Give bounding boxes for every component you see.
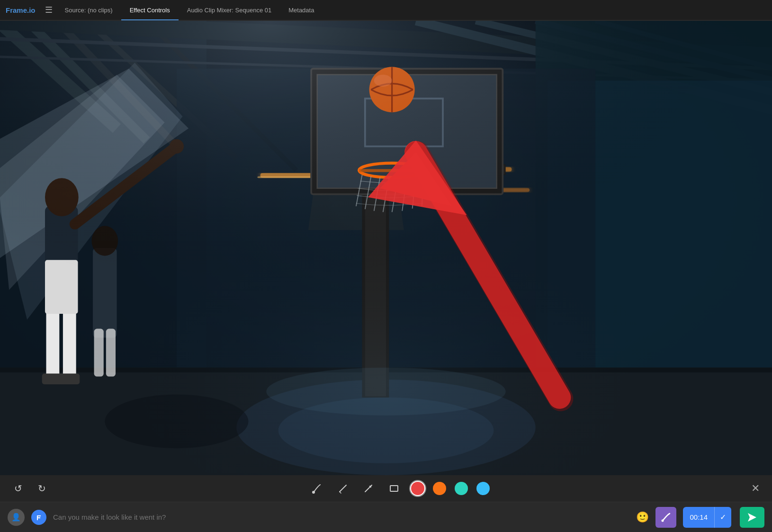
undo-button[interactable]: ↺ bbox=[9, 480, 27, 497]
tab-effect-controls-label: Effect Controls bbox=[130, 7, 170, 14]
rectangle-tool-button[interactable] bbox=[386, 480, 403, 497]
timestamp-button[interactable]: 00:14 bbox=[683, 507, 714, 528]
send-button[interactable] bbox=[740, 507, 764, 528]
close-button[interactable]: ✕ bbox=[748, 479, 763, 497]
tab-bar: Frame.io ☰ Source: (no clips) Effect Con… bbox=[0, 0, 772, 21]
svg-point-81 bbox=[662, 519, 664, 522]
tab-metadata-label: Metadata bbox=[288, 7, 314, 14]
color-red[interactable] bbox=[411, 482, 424, 495]
emoji-button[interactable]: 🙂 bbox=[636, 511, 649, 523]
tab-audio-clip-mixer-label: Audio Clip Mixer: Sequence 01 bbox=[187, 7, 272, 14]
drawing-toolbar: ↺ ↻ bbox=[0, 475, 772, 502]
svg-rect-79 bbox=[390, 486, 398, 491]
video-container bbox=[0, 21, 772, 475]
arrow-tool-button[interactable] bbox=[360, 480, 377, 497]
tab-metadata[interactable]: Metadata bbox=[280, 0, 323, 20]
checkmark-button[interactable]: ✓ bbox=[714, 507, 731, 528]
color-blue[interactable] bbox=[476, 482, 490, 495]
tab-source-label: Source: (no clips) bbox=[65, 7, 113, 14]
video-frame bbox=[0, 21, 772, 475]
svg-rect-68 bbox=[0, 21, 772, 475]
tab-effect-controls[interactable]: Effect Controls bbox=[121, 0, 179, 20]
brand-logo[interactable]: Frame.io bbox=[4, 6, 41, 14]
redo-button[interactable]: ↻ bbox=[33, 480, 50, 497]
svg-line-75 bbox=[340, 485, 346, 492]
toolbar-close: ✕ bbox=[748, 479, 763, 497]
svg-point-74 bbox=[312, 491, 315, 494]
avatar-icon: 👤 bbox=[11, 513, 21, 522]
toolbar-tools bbox=[309, 480, 490, 497]
brush-tool-button[interactable] bbox=[309, 480, 326, 497]
svg-line-76 bbox=[340, 492, 341, 493]
toolbar-undo-redo: ↺ ↻ bbox=[9, 480, 50, 497]
tab-source[interactable]: Source: (no clips) bbox=[56, 0, 121, 20]
comment-bar: 👤 🙂 00:14 ✓ bbox=[0, 502, 772, 532]
draw-annotation-button[interactable] bbox=[655, 507, 676, 528]
tab-audio-clip-mixer[interactable]: Audio Clip Mixer: Sequence 01 bbox=[179, 0, 280, 20]
user-avatar: 👤 bbox=[8, 509, 25, 526]
comment-input[interactable] bbox=[53, 513, 629, 521]
svg-marker-82 bbox=[748, 513, 756, 522]
frameio-icon bbox=[31, 510, 46, 525]
timestamp-group: 00:14 ✓ bbox=[683, 507, 731, 528]
hamburger-icon[interactable]: ☰ bbox=[41, 5, 56, 15]
pencil-tool-button[interactable] bbox=[334, 480, 351, 497]
color-orange[interactable] bbox=[433, 482, 446, 495]
brand-name: Frame.io bbox=[6, 6, 36, 14]
color-teal[interactable] bbox=[455, 482, 468, 495]
timestamp-value: 00:14 bbox=[690, 513, 708, 521]
